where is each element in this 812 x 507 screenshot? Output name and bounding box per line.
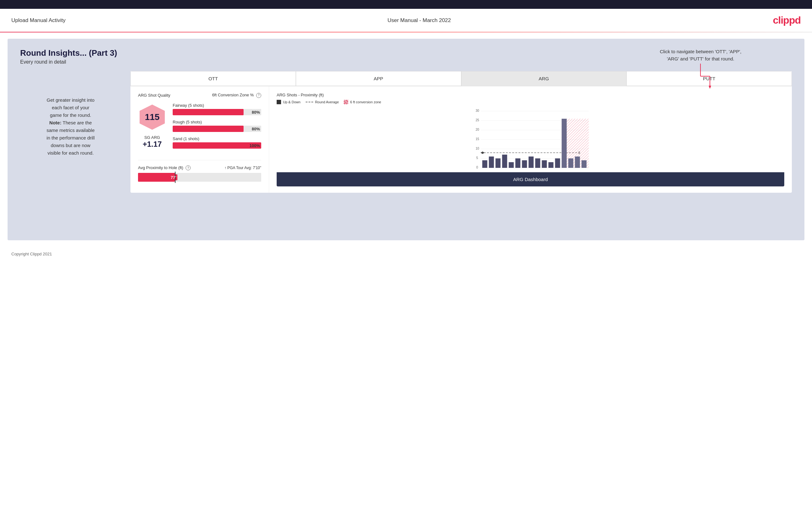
chart-title: ARG Shots - Proximity (ft) [277, 93, 324, 97]
proximity-value: 77' [169, 174, 178, 180]
bar-percent-rough: 80% [252, 126, 260, 131]
svg-rect-29 [529, 157, 534, 168]
tab-app[interactable]: APP [296, 71, 461, 86]
proximity-header: Avg Proximity to Hole (ft) ? ↑ PGA Tour … [138, 165, 261, 171]
hexagon: 115 [138, 103, 166, 131]
svg-rect-38 [575, 157, 580, 168]
svg-rect-22 [483, 160, 488, 168]
pga-label: ↑ PGA Tour Avg: 7'10" [224, 166, 261, 170]
legend-square-icon [277, 100, 281, 104]
help-icon[interactable]: ? [256, 93, 261, 98]
bar-row-fairway: Fairway (5 shots) 80% [173, 103, 261, 115]
copyright: Copyright Clippd 2021 [11, 251, 52, 256]
svg-marker-3 [709, 86, 711, 89]
bar-percent-fairway: 80% [252, 110, 260, 114]
svg-rect-33 [555, 158, 560, 168]
svg-rect-28 [522, 160, 527, 168]
annotation-arrow [685, 64, 716, 89]
sg-value: +1.17 [143, 140, 162, 149]
svg-text:15: 15 [476, 137, 479, 141]
legend-dashed-line-icon [306, 102, 313, 102]
svg-text:20: 20 [476, 128, 479, 131]
proximity-bar-fill: 77' [138, 173, 175, 182]
right-section: ARG Shots - Proximity (ft) Up & Down Rou… [269, 86, 792, 193]
header-left: Upload Manual Activity [11, 17, 65, 23]
header-divider [0, 32, 812, 33]
bar-label-sand: Sand (1 shots) [173, 136, 261, 141]
svg-text:10: 10 [476, 147, 479, 150]
document-title: User Manual - March 2022 [388, 17, 451, 23]
bar-fill-rough [173, 126, 244, 132]
svg-rect-31 [542, 160, 547, 168]
footer: Copyright Clippd 2021 [0, 246, 812, 261]
svg-rect-30 [535, 158, 541, 168]
cursor-line [175, 172, 175, 183]
instruction-text: Get greater insight intoeach facet of yo… [20, 96, 121, 157]
instruction-note: Note: [49, 120, 61, 125]
tab-arg[interactable]: ARG [461, 71, 627, 86]
card-body: ARG Shot Quality 6ft Conversion Zone % ? [131, 86, 792, 193]
bar-label-fairway: Fairway (5 shots) [173, 103, 261, 108]
svg-rect-26 [509, 162, 514, 168]
svg-rect-23 [489, 157, 494, 168]
header-center: User Manual - March 2022 [388, 17, 451, 23]
upload-manual-title: Upload Manual Activity [11, 17, 65, 23]
svg-text:30: 30 [476, 109, 479, 112]
proximity-help-icon[interactable]: ? [186, 165, 191, 170]
legend-round-avg: Round Average [306, 100, 339, 104]
arg-dashboard-button[interactable]: ARG Dashboard [277, 172, 784, 186]
sg-label: SG ARG [144, 135, 160, 140]
legend-conversion-label: 6 ft conversion zone [350, 100, 381, 104]
chart-legend: Up & Down Round Average 6 ft conversion … [277, 100, 784, 104]
svg-rect-24 [496, 158, 501, 168]
svg-rect-27 [515, 158, 520, 168]
left-section: ARG Shot Quality 6ft Conversion Zone % ? [131, 86, 269, 193]
svg-text:25: 25 [476, 118, 479, 122]
section-header: ARG Shot Quality 6ft Conversion Zone % ? [138, 93, 261, 98]
svg-rect-25 [502, 155, 507, 168]
arg-chart: 30 25 20 15 10 5 0 [277, 108, 784, 171]
shot-quality-label: ARG Shot Quality [138, 93, 170, 98]
main-content: Round Insights... (Part 3) Every round i… [8, 39, 804, 240]
svg-text:5: 5 [476, 156, 478, 160]
bar-track-sand: 100% [173, 142, 261, 149]
bar-track-rough: 80% [173, 126, 261, 132]
svg-text:0: 0 [476, 166, 478, 169]
legend-round-avg-label: Round Average [315, 100, 339, 104]
tab-ott[interactable]: OTT [131, 71, 296, 86]
bar-row-sand: Sand (1 shots) 100% [173, 136, 261, 149]
navigation-annotation: Click to navigate between 'OTT', 'APP','… [660, 48, 742, 90]
conversion-label: 6ft Conversion Zone % ? [212, 93, 261, 98]
bar-fill-fairway [173, 109, 244, 115]
logo: clippd [773, 14, 801, 26]
header: Upload Manual Activity User Manual - Mar… [0, 9, 812, 32]
annotation-text: Click to navigate between 'OTT', 'APP','… [660, 48, 742, 62]
legend-up-down-label: Up & Down [283, 100, 301, 104]
legend-conversion: 6 ft conversion zone [344, 100, 381, 104]
svg-marker-21 [481, 152, 485, 154]
bar-percent-sand: 100% [250, 143, 260, 148]
bar-row-rough: Rough (5 shots) 80% [173, 120, 261, 132]
bar-track-fairway: 80% [173, 109, 261, 115]
proximity-label: Avg Proximity to Hole (ft) ? [138, 165, 191, 171]
top-bar [0, 0, 812, 9]
bar-fill-sand [173, 142, 261, 149]
bars-section: Fairway (5 shots) 80% Rough (5 shots) [173, 103, 261, 153]
svg-rect-32 [549, 162, 554, 168]
svg-rect-39 [582, 160, 587, 168]
legend-up-down: Up & Down [277, 100, 301, 104]
proximity-bar-track: 77' [138, 173, 261, 182]
svg-rect-37 [568, 158, 573, 168]
legend-hatched-icon [344, 100, 348, 104]
svg-rect-36 [562, 119, 567, 168]
left-panel: Get greater insight intoeach facet of yo… [20, 71, 121, 193]
chart-section: ARG Shots - Proximity (ft) Up & Down Rou… [277, 93, 784, 172]
hexagon-container: 115 SG ARG +1.17 [138, 103, 166, 149]
hexagon-value: 115 [145, 112, 160, 122]
proximity-section: Avg Proximity to Hole (ft) ? ↑ PGA Tour … [138, 160, 261, 182]
bar-label-rough: Rough (5 shots) [173, 120, 261, 124]
